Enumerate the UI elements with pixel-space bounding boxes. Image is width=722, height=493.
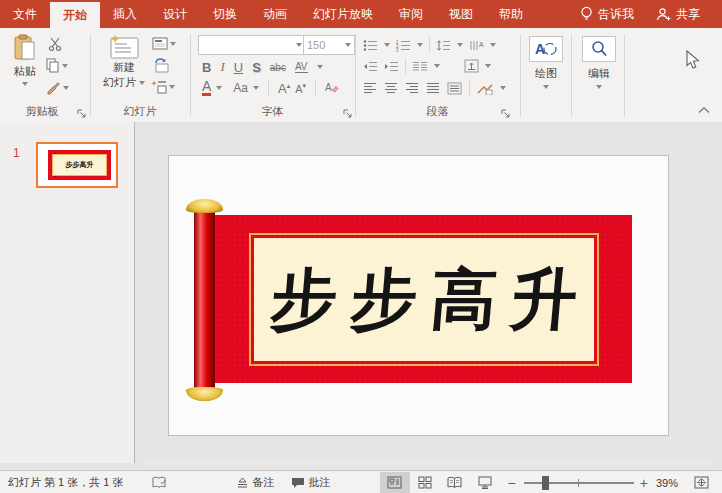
- mouse-pointer-icon: [686, 50, 701, 71]
- tell-me-button[interactable]: 告诉我: [572, 6, 642, 23]
- zoom-slider[interactable]: [524, 482, 634, 484]
- clipboard-dialog-launcher-icon[interactable]: [76, 108, 86, 118]
- paste-label: 粘贴: [14, 64, 36, 79]
- distribute-icon[interactable]: [447, 82, 462, 95]
- tab-file[interactable]: 文件: [0, 0, 50, 28]
- ribbon: 粘贴 剪贴板 新建 幻灯片: [0, 28, 722, 123]
- copy-button[interactable]: [46, 58, 68, 73]
- banner-inner-panel: 步步高升: [254, 238, 594, 361]
- font-size-combo[interactable]: 150: [303, 35, 355, 55]
- increase-font-button[interactable]: A▴: [278, 81, 290, 96]
- drawing-caret-icon: [543, 85, 549, 89]
- tab-review[interactable]: 审阅: [386, 0, 436, 28]
- tab-home[interactable]: 开始: [50, 2, 100, 28]
- font-size-value: 150: [307, 39, 325, 51]
- line-spacing-caret-icon: [457, 43, 463, 47]
- font-dialog-launcher-icon[interactable]: [342, 108, 352, 118]
- align-left-icon[interactable]: [363, 82, 377, 94]
- numbering-icon[interactable]: 123: [396, 39, 411, 52]
- font-color-button[interactable]: A: [202, 80, 211, 96]
- proofing-button[interactable]: [152, 476, 168, 490]
- share-button[interactable]: 共享: [648, 6, 708, 23]
- character-spacing-button[interactable]: AV: [295, 61, 308, 73]
- slide-layout-button[interactable]: [152, 37, 176, 50]
- zoom-percent[interactable]: 39%: [656, 477, 678, 489]
- format-painter-button[interactable]: [46, 80, 69, 95]
- section-icon: [150, 79, 167, 94]
- separator: [315, 80, 316, 96]
- slides-group-label: 幻灯片: [90, 104, 190, 119]
- zoom-slider-handle[interactable]: [542, 476, 549, 490]
- separator: [405, 58, 406, 74]
- columns-icon[interactable]: [412, 60, 428, 73]
- notes-button[interactable]: 备注: [236, 475, 275, 490]
- tab-animations[interactable]: 动画: [250, 0, 300, 28]
- slide-layout-icon: [152, 37, 168, 50]
- horizontal-scrollbar[interactable]: [143, 460, 712, 466]
- magnifier-icon: [582, 36, 616, 62]
- separator: [469, 80, 470, 96]
- tab-transitions[interactable]: 切换: [200, 0, 250, 28]
- drawing-button[interactable]: A 绘图: [524, 36, 568, 89]
- paste-button[interactable]: 粘贴: [8, 34, 42, 86]
- zoom-in-button[interactable]: +: [640, 475, 648, 491]
- clear-formatting-icon[interactable]: A: [325, 81, 339, 95]
- font-name-combo[interactable]: [198, 35, 306, 55]
- italic-button[interactable]: I: [220, 59, 224, 75]
- font-size-caret-icon: [345, 43, 351, 47]
- change-case-caret-icon: [253, 86, 259, 90]
- editing-button[interactable]: 编辑: [577, 36, 621, 89]
- section-button[interactable]: [150, 79, 175, 94]
- font-color-caret-icon: [216, 86, 222, 90]
- line-spacing-icon[interactable]: [436, 39, 451, 52]
- paragraph-dialog-launcher-icon[interactable]: [500, 108, 510, 118]
- align-center-icon[interactable]: [384, 82, 398, 94]
- bullets-icon[interactable]: [363, 39, 378, 52]
- separator: [268, 80, 269, 96]
- tab-insert[interactable]: 插入: [100, 0, 150, 28]
- underline-button[interactable]: U: [234, 60, 243, 75]
- lightbulb-icon: [580, 6, 593, 22]
- decrease-font-button[interactable]: A▾: [295, 82, 306, 95]
- text-shadow-button[interactable]: S: [252, 60, 261, 75]
- slide[interactable]: 步步高升: [168, 155, 669, 436]
- align-text-icon[interactable]: [464, 59, 479, 73]
- text-direction-icon[interactable]: A: [469, 39, 484, 52]
- collapse-ribbon-button[interactable]: [698, 106, 710, 114]
- align-right-icon[interactable]: [405, 82, 419, 94]
- strikethrough-button[interactable]: abc: [270, 62, 286, 73]
- reset-arrow-icon: [153, 58, 169, 73]
- section-caret-icon: [169, 85, 175, 89]
- character-spacing-caret-icon: [317, 65, 323, 69]
- zoom-slider-center-tick: [578, 479, 579, 487]
- slide-layout-caret-icon: [170, 42, 176, 46]
- tab-design[interactable]: 设计: [150, 0, 200, 28]
- slide-thumbnail[interactable]: 步步高升: [36, 142, 118, 188]
- paragraph-group-label: 段落: [355, 104, 520, 119]
- slide-sorter-view-button[interactable]: [410, 472, 440, 493]
- tab-view[interactable]: 视图: [436, 0, 486, 28]
- tab-help[interactable]: 帮助: [486, 0, 536, 28]
- tab-slideshow[interactable]: 幻灯片放映: [300, 0, 386, 28]
- fit-to-window-button[interactable]: [686, 472, 716, 493]
- reading-view-button[interactable]: [440, 472, 470, 493]
- cut-button[interactable]: [48, 37, 63, 51]
- new-slide-button[interactable]: 新建 幻灯片: [98, 34, 150, 90]
- new-slide-label-2: 幻灯片: [103, 75, 136, 90]
- smartart-icon[interactable]: [477, 82, 493, 95]
- group-separator: [571, 34, 572, 116]
- decrease-indent-icon[interactable]: [363, 60, 378, 73]
- reset-slide-button[interactable]: [153, 58, 169, 73]
- brush-icon: [46, 80, 61, 95]
- comments-button[interactable]: 批注: [291, 475, 331, 490]
- scroll-banner[interactable]: 步步高升: [215, 215, 632, 383]
- bold-button[interactable]: B: [202, 60, 211, 75]
- increase-indent-icon[interactable]: [384, 60, 399, 73]
- scroll-rod-top-cap: [186, 199, 223, 213]
- tell-me-label: 告诉我: [598, 6, 634, 23]
- normal-view-button[interactable]: [380, 472, 410, 493]
- zoom-out-button[interactable]: −: [508, 475, 516, 491]
- justify-icon[interactable]: [426, 82, 440, 94]
- slideshow-view-button[interactable]: [470, 472, 500, 493]
- change-case-button[interactable]: Aa: [233, 81, 248, 95]
